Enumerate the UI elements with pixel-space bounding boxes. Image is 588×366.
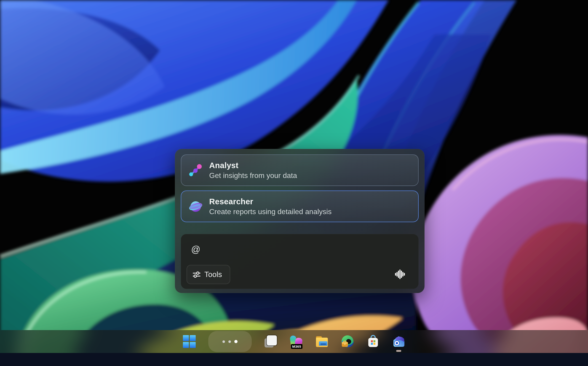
taskbar: M365 <box>0 330 588 353</box>
microsoft-store-button[interactable] <box>366 335 380 348</box>
tools-label: Tools <box>204 270 222 279</box>
task-view-icon <box>264 335 277 348</box>
ellipsis-dot <box>228 340 231 343</box>
outlook-icon <box>392 335 405 348</box>
search-pill[interactable] <box>208 331 252 352</box>
windows-logo-icon <box>183 335 196 348</box>
agent-text: Analyst Get insights from your data <box>209 161 297 180</box>
file-explorer-button[interactable] <box>315 335 328 348</box>
agent-description: Create reports using detailed analysis <box>209 207 332 216</box>
ellipsis-dot <box>234 340 238 343</box>
edge-browser-icon <box>341 335 354 348</box>
agent-card-analyst[interactable]: Analyst Get insights from your data <box>181 154 419 186</box>
ellipsis-dot <box>223 340 225 343</box>
tools-button[interactable]: Tools <box>186 265 230 284</box>
voice-waveform-icon <box>394 268 406 280</box>
start-button[interactable] <box>183 335 196 348</box>
sliders-icon <box>193 270 201 279</box>
m365-badge: M365 <box>291 344 302 349</box>
m365-copilot-icon: M365 <box>290 335 303 348</box>
agent-description: Get insights from your data <box>209 171 297 180</box>
composer-toolbar: Tools <box>186 265 411 284</box>
running-app-indicator <box>396 350 401 352</box>
agent-card-researcher[interactable]: Researcher Create reports using detailed… <box>181 191 419 222</box>
agent-title: Researcher <box>209 197 332 206</box>
composer-input[interactable]: @ Tools <box>181 234 419 289</box>
file-explorer-icon <box>315 335 328 348</box>
planet-icon <box>189 200 202 213</box>
mention-symbol: @ <box>191 244 411 255</box>
taskbar-base-strip <box>0 353 588 366</box>
agent-text: Researcher Create reports using detailed… <box>209 197 332 216</box>
microsoft-store-icon <box>366 335 380 348</box>
outlook-app-button[interactable] <box>392 335 405 348</box>
agent-title: Analyst <box>209 161 297 170</box>
voice-input-button[interactable] <box>394 268 406 281</box>
trend-chart-icon <box>189 164 202 177</box>
task-view-button[interactable] <box>264 335 277 348</box>
edge-for-business-button[interactable] <box>341 335 354 348</box>
copilot-flyout-panel: Analyst Get insights from your data Rese… <box>175 149 424 293</box>
m365-copilot-app-button[interactable]: M365 <box>290 335 303 348</box>
